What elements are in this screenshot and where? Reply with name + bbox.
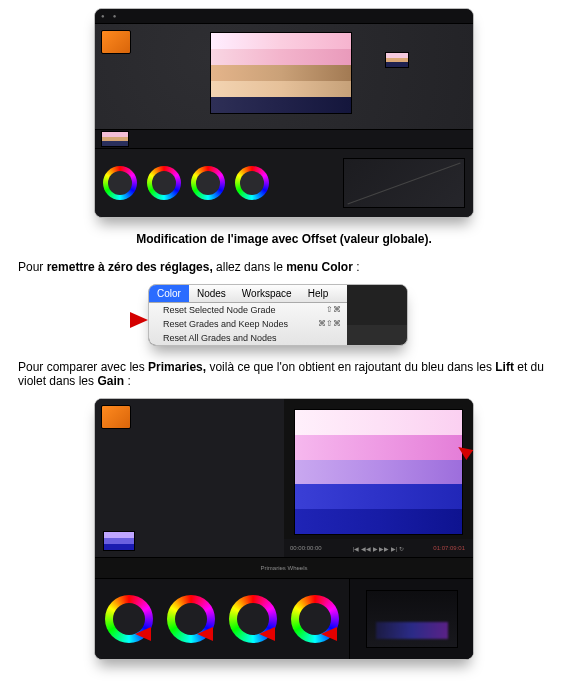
app-menubar: Color Nodes Workspace Help bbox=[149, 285, 347, 303]
screenshot-offset: ● ● bbox=[94, 8, 474, 218]
node-thumbnail bbox=[385, 52, 409, 68]
curves-scope bbox=[343, 158, 465, 208]
text-reset-instructions: Pour remettre à zéro des réglages, allez… bbox=[18, 260, 550, 274]
text: allez dans le bbox=[213, 260, 286, 274]
dot-icon: ● bbox=[101, 13, 105, 19]
screenshot-primaries: 00:00:00:00 |◀ ◀◀ ▶ ▶▶ ▶| ↻ 01:07:09:01 … bbox=[94, 398, 474, 660]
panel-label: Primaries Wheels bbox=[260, 565, 307, 571]
resolve-window-primaries: 00:00:00:00 |◀ ◀◀ ▶ ▶▶ ▶| ↻ 01:07:09:01 … bbox=[94, 398, 474, 660]
node-graph-area bbox=[95, 399, 284, 557]
menu-help[interactable]: Help bbox=[300, 285, 337, 302]
arrow-icon bbox=[135, 627, 151, 641]
offset-wheel[interactable] bbox=[235, 166, 269, 200]
node-graph-area bbox=[95, 24, 473, 129]
text: : bbox=[353, 260, 360, 274]
menu-color[interactable]: Color bbox=[149, 285, 189, 302]
dot-icon: ● bbox=[113, 13, 117, 19]
text: voilà ce que l'on obtient en rajoutant d… bbox=[206, 360, 495, 374]
resolve-title-bar: ● ● bbox=[95, 9, 473, 24]
resolve-window: ● ● bbox=[94, 8, 474, 218]
lift-wheel[interactable] bbox=[103, 166, 137, 200]
transport-controls[interactable]: |◀ ◀◀ ▶ ▶▶ ▶| ↻ bbox=[353, 545, 404, 552]
text-bold: Primaries, bbox=[148, 360, 206, 374]
arrow-icon bbox=[321, 627, 337, 641]
figure1-caption: Modification de l'image avec Offset (val… bbox=[18, 232, 550, 246]
gamma-wheel[interactable] bbox=[147, 166, 181, 200]
menu-item-shortcut: ⇧⌘ bbox=[326, 305, 341, 315]
text: Pour bbox=[18, 260, 47, 274]
viewer-panel: 00:00:00:00 |◀ ◀◀ ▶ ▶▶ ▶| ↻ 01:07:09:01 bbox=[284, 399, 473, 557]
viewer-preview bbox=[294, 409, 463, 535]
upper-panels: 00:00:00:00 |◀ ◀◀ ▶ ▶▶ ▶| ↻ 01:07:09:01 bbox=[95, 399, 473, 557]
text-bold: Lift bbox=[495, 360, 514, 374]
menu-item-shortcut: ⌘⇧⌘ bbox=[318, 319, 341, 329]
menu-item-label: Reset Selected Node Grade bbox=[163, 305, 276, 315]
color-wheels-panel bbox=[95, 148, 473, 217]
gain-wheel[interactable] bbox=[191, 166, 225, 200]
text: Pour comparer avec les bbox=[18, 360, 148, 374]
menu-workspace[interactable]: Workspace bbox=[234, 285, 300, 302]
timecode-left: 00:00:00:00 bbox=[290, 545, 322, 551]
menu-item-label: Reset All Grades and Nodes bbox=[163, 333, 277, 343]
vectorscope bbox=[366, 590, 458, 648]
menu-dropdown: Reset Selected Node Grade ⇧⌘ Reset Grade… bbox=[149, 303, 347, 345]
text-bold: Gain bbox=[97, 374, 124, 388]
menu-item-reset-all-grades-nodes[interactable]: Reset All Grades and Nodes bbox=[149, 331, 347, 345]
arrow-icon bbox=[197, 627, 213, 641]
menu-dark-area bbox=[347, 285, 407, 325]
menu-window: Color Nodes Workspace Help Reset Selecte… bbox=[148, 284, 408, 346]
viewer-transport-bar: 00:00:00:00 |◀ ◀◀ ▶ ▶▶ ▶| ↻ 01:07:09:01 bbox=[284, 539, 473, 557]
arrow-icon bbox=[130, 312, 148, 328]
timeline-clip-thumb bbox=[103, 531, 135, 551]
text-bold: menu Color bbox=[286, 260, 353, 274]
text-bold: remettre à zéro des réglages, bbox=[47, 260, 213, 274]
arrow-icon bbox=[259, 627, 275, 641]
menu-item-reset-grades-keep-nodes[interactable]: Reset Grades and Keep Nodes ⌘⇧⌘ bbox=[149, 317, 347, 331]
clip-thumbnail-icon bbox=[101, 405, 131, 429]
timeline-strip bbox=[95, 129, 473, 148]
timecode-right: 01:07:09:01 bbox=[433, 545, 465, 551]
palette-tab-strip: Primaries Wheels bbox=[95, 557, 473, 578]
scopes-panel bbox=[349, 579, 473, 659]
menu-item-label: Reset Grades and Keep Nodes bbox=[163, 319, 288, 329]
screenshot-color-menu: Color Nodes Workspace Help Reset Selecte… bbox=[148, 284, 408, 346]
menu-item-reset-selected-node-grade[interactable]: Reset Selected Node Grade ⇧⌘ bbox=[149, 303, 347, 317]
menu-nodes[interactable]: Nodes bbox=[189, 285, 234, 302]
text: : bbox=[124, 374, 131, 388]
viewer-preview bbox=[210, 32, 352, 114]
clip-thumbnail-icon bbox=[101, 30, 131, 54]
timeline-clip-thumb bbox=[101, 131, 129, 147]
text-primaries-comparison: Pour comparer avec les Primaries, voilà … bbox=[18, 360, 550, 388]
primaries-wheels-panel bbox=[95, 578, 473, 659]
